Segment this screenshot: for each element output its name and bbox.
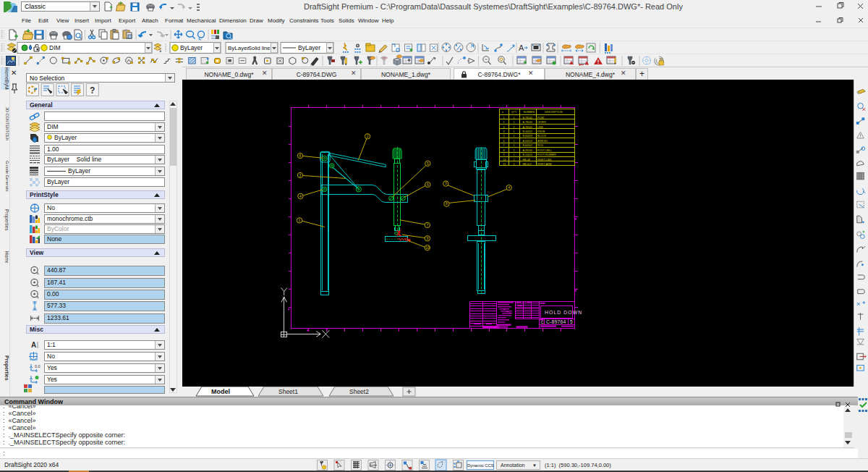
svg-text:2: 2 bbox=[503, 121, 505, 124]
svg-text:LINK: LINK bbox=[537, 126, 544, 129]
svg-text:ROD: ROD bbox=[537, 144, 543, 147]
svg-text:11: 11 bbox=[503, 163, 506, 166]
svg-text:4: 4 bbox=[503, 130, 505, 133]
svg-text:C-89764: C-89764 bbox=[546, 319, 566, 324]
svg-text:FOOT-CELL: FOOT-CELL bbox=[537, 149, 552, 152]
svg-text:KNOB: KNOB bbox=[537, 130, 545, 133]
svg-text:4: 4 bbox=[299, 194, 302, 198]
svg-text:1: 1 bbox=[514, 149, 515, 152]
svg-text:Model: Model bbox=[211, 388, 230, 395]
svg-text:A: A bbox=[31, 341, 36, 349]
svg-text:B-64507: B-64507 bbox=[523, 144, 533, 147]
svg-text:A: A bbox=[519, 43, 524, 52]
svg-text:10: 10 bbox=[503, 159, 506, 161]
svg-text:RIVET-ARM: RIVET-ARM bbox=[537, 163, 552, 166]
svg-text:POST: POST bbox=[537, 117, 545, 119]
svg-text:DESCRIPTION: DESCRIPTION bbox=[545, 111, 563, 114]
svg-text:5: 5 bbox=[503, 135, 505, 138]
svg-text:HB-08: HB-08 bbox=[523, 159, 530, 161]
svg-text:FOOT-RUBBER: FOOT-RUBBER bbox=[537, 153, 556, 156]
svg-text:1: 1 bbox=[299, 218, 301, 222]
svg-text:5: 5 bbox=[427, 161, 429, 166]
svg-text:RIVET-LINK: RIVET-LINK bbox=[537, 159, 552, 161]
svg-text:2: 2 bbox=[514, 126, 515, 129]
svg-text:3: 3 bbox=[299, 173, 302, 177]
svg-text:LEVER: LEVER bbox=[537, 121, 546, 124]
svg-text:8: 8 bbox=[446, 201, 448, 206]
svg-text:2: 2 bbox=[367, 134, 369, 138]
svg-text:0.0: 0.0 bbox=[35, 364, 41, 368]
svg-text:1: 1 bbox=[514, 130, 515, 133]
svg-text:6: 6 bbox=[503, 140, 505, 143]
svg-text:7: 7 bbox=[503, 144, 505, 147]
svg-text:B-14010: B-14010 bbox=[523, 153, 533, 156]
svg-text:A-26140: A-26140 bbox=[523, 149, 533, 152]
svg-text:HB-012: HB-012 bbox=[523, 163, 532, 166]
svg-text:2: 2 bbox=[514, 163, 515, 166]
svg-text:3: 3 bbox=[445, 181, 447, 185]
svg-text:Solid line: Solid line bbox=[248, 45, 270, 51]
svg-text:?: ? bbox=[90, 85, 95, 96]
svg-text:B-78142: B-78142 bbox=[523, 117, 533, 119]
svg-text:NUMBER: NUMBER bbox=[524, 111, 535, 114]
svg-text:9: 9 bbox=[503, 153, 505, 156]
svg-text:3: 3 bbox=[503, 126, 505, 129]
svg-text:B-44052: B-44052 bbox=[523, 130, 533, 133]
svg-text:♯: ♯ bbox=[502, 111, 503, 114]
svg-text:ByLayer: ByLayer bbox=[228, 45, 250, 51]
svg-text:Sheet1: Sheet1 bbox=[278, 388, 298, 395]
svg-text:HOLD DOWN: HOLD DOWN bbox=[545, 310, 582, 315]
svg-text:1: 1 bbox=[514, 135, 515, 138]
svg-text:A-78141: A-78141 bbox=[523, 126, 533, 129]
svg-text:1: 1 bbox=[514, 144, 515, 147]
svg-text:A-78040: A-78040 bbox=[523, 121, 533, 124]
svg-text:DIM: DIM bbox=[49, 44, 61, 51]
svg-text:7: 7 bbox=[426, 223, 428, 227]
svg-text:ARM-BU: ARM-BU bbox=[537, 140, 548, 143]
svg-text:1: 1 bbox=[514, 153, 515, 156]
svg-text:9: 9 bbox=[426, 236, 428, 240]
svg-text:1: 1 bbox=[503, 117, 505, 119]
svg-text:ByLayer: ByLayer bbox=[298, 44, 320, 51]
svg-text:6: 6 bbox=[427, 182, 429, 187]
svg-text:QTY: QTY bbox=[511, 111, 517, 114]
svg-text:8: 8 bbox=[299, 153, 302, 158]
svg-text:A-64013: A-64013 bbox=[523, 140, 533, 143]
svg-text:Sheet2: Sheet2 bbox=[349, 388, 369, 395]
svg-text:1: 1 bbox=[514, 121, 515, 124]
svg-text:BLOCK: BLOCK bbox=[537, 135, 547, 138]
svg-text:10: 10 bbox=[425, 245, 430, 250]
svg-text:B-64059: B-64059 bbox=[523, 135, 533, 138]
svg-text:ByLayer: ByLayer bbox=[180, 44, 203, 51]
svg-text:C: C bbox=[541, 320, 545, 324]
svg-text:1: 1 bbox=[514, 140, 515, 143]
svg-text:4: 4 bbox=[508, 185, 510, 190]
svg-text:2: 2 bbox=[514, 159, 515, 161]
svg-text:8: 8 bbox=[503, 149, 505, 152]
svg-text:1: 1 bbox=[514, 117, 515, 119]
svg-text:5: 5 bbox=[570, 319, 573, 324]
